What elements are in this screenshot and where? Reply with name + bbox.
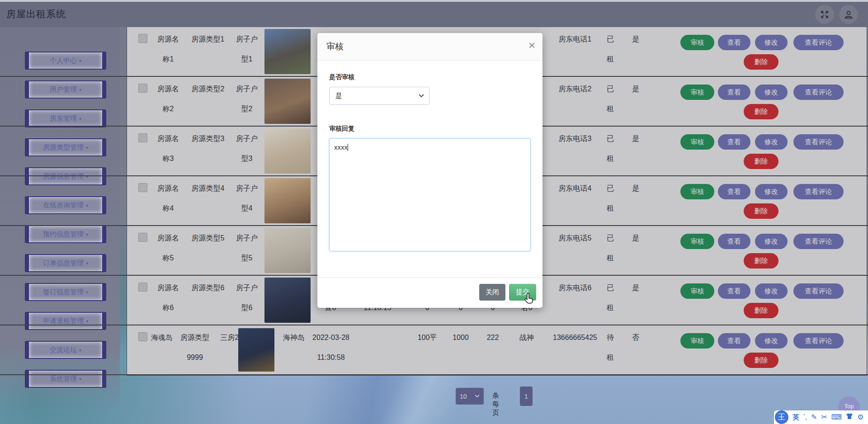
modal-close-button[interactable]: 关闭 bbox=[479, 284, 505, 301]
row-checkbox[interactable] bbox=[138, 283, 147, 292]
cell-layout: 房子户 型5 bbox=[231, 228, 262, 268]
audit-modal-header: 审核 × bbox=[317, 33, 542, 61]
view-comments-button[interactable]: 查看评论 bbox=[793, 134, 844, 150]
cell-phone: 房东电话6 bbox=[548, 278, 602, 298]
audit-button[interactable]: 审核 bbox=[680, 234, 714, 249]
audit-button[interactable]: 审核 bbox=[680, 283, 714, 299]
view-button[interactable]: 查看 bbox=[718, 35, 750, 50]
cell-layout: 房子户 型4 bbox=[231, 179, 262, 218]
audit-button[interactable]: 审核 bbox=[680, 184, 714, 199]
cell-audited: 是 bbox=[623, 29, 648, 49]
fullscreen-icon[interactable] bbox=[815, 5, 834, 24]
audit-button[interactable]: 审核 bbox=[680, 333, 714, 349]
audit-button[interactable]: 审核 bbox=[680, 134, 714, 150]
cell-audited: 是 bbox=[623, 129, 648, 149]
edit-button[interactable]: 修改 bbox=[755, 35, 788, 50]
audit-modal: 审核 × 是否审核 是 审核回复 xxxx 关闭 提交 bbox=[317, 33, 542, 308]
ime-settings-icon[interactable]: ⚙ bbox=[857, 410, 863, 424]
user-icon[interactable] bbox=[839, 5, 858, 24]
chevron-down-icon bbox=[419, 94, 424, 98]
cell-owner: 战神 bbox=[510, 328, 543, 348]
delete-button[interactable]: 删除 bbox=[744, 54, 778, 70]
cell-price: 1000 bbox=[445, 328, 476, 348]
view-comments-button[interactable]: 查看评论 bbox=[793, 184, 844, 199]
cell-layout: 房子户 型3 bbox=[231, 129, 262, 169]
ime-punctuation-icon[interactable]: ’, bbox=[803, 410, 807, 424]
audit-button[interactable]: 审核 bbox=[680, 85, 714, 100]
row-checkbox[interactable] bbox=[138, 332, 147, 341]
chevron-down-icon: ▾ bbox=[79, 377, 81, 382]
audit-button[interactable]: 审核 bbox=[680, 35, 714, 50]
view-comments-button[interactable]: 查看评论 bbox=[793, 234, 844, 249]
table-row: 海魂岛房源类型 9999三房2厅海神岛2022-03-28 11:30:5810… bbox=[0, 325, 868, 375]
cell-name: 海魂岛 bbox=[147, 328, 176, 348]
cell-layout: 房子户 型6 bbox=[231, 278, 262, 318]
cell-type: 房源类型6 bbox=[186, 278, 230, 298]
row-checkbox[interactable] bbox=[138, 233, 147, 242]
cell-name: 房源名 称6 bbox=[152, 278, 184, 318]
view-button[interactable]: 查看 bbox=[718, 134, 750, 150]
cell-layout: 房子户 型2 bbox=[231, 79, 262, 119]
audit-select[interactable]: 是 bbox=[329, 87, 429, 105]
delete-button[interactable]: 删除 bbox=[744, 154, 778, 169]
house-photo-4 bbox=[264, 178, 311, 223]
ime-pencil-icon[interactable]: ✎ bbox=[811, 410, 817, 424]
edit-button[interactable]: 修改 bbox=[755, 85, 788, 100]
row-checkbox[interactable] bbox=[138, 183, 147, 192]
delete-button[interactable]: 删除 bbox=[744, 104, 778, 119]
ime-logo-icon[interactable]: 王 bbox=[775, 410, 788, 424]
cell-audited: 否 bbox=[623, 328, 648, 348]
view-comments-button[interactable]: 查看评论 bbox=[793, 85, 844, 100]
view-button[interactable]: 查看 bbox=[718, 234, 750, 249]
close-icon[interactable]: × bbox=[528, 38, 535, 52]
row-checkbox[interactable] bbox=[138, 133, 147, 142]
cell-name: 房源名 称2 bbox=[152, 79, 184, 119]
view-comments-button[interactable]: 查看评论 bbox=[793, 283, 844, 299]
view-button[interactable]: 查看 bbox=[718, 184, 750, 199]
cell-phone: 13666665425 bbox=[548, 328, 602, 348]
audit-select-label: 是否审核 bbox=[329, 73, 531, 81]
page-size-select[interactable]: 10 bbox=[456, 388, 484, 405]
view-comments-button[interactable]: 查看评论 bbox=[793, 35, 844, 50]
view-comments-button[interactable]: 查看评论 bbox=[793, 333, 844, 349]
cell-area: 100平 bbox=[412, 328, 442, 348]
app-title: 房屋出租系统 bbox=[6, 8, 66, 20]
row-checkbox[interactable] bbox=[138, 34, 147, 43]
edit-button[interactable]: 修改 bbox=[755, 184, 788, 199]
delete-button[interactable]: 删除 bbox=[744, 353, 778, 368]
ime-scissors-icon[interactable]: ✂ bbox=[821, 410, 827, 424]
row-checkbox[interactable] bbox=[138, 84, 147, 93]
cell-status: 已 租 bbox=[601, 179, 619, 218]
cell-name: 房源名 称3 bbox=[152, 129, 184, 169]
view-button[interactable]: 查看 bbox=[718, 85, 750, 100]
cell-phone: 房东电话3 bbox=[548, 129, 602, 149]
edit-button[interactable]: 修改 bbox=[755, 283, 788, 299]
audit-modal-body: 是否审核 是 审核回复 xxxx bbox=[317, 61, 542, 251]
view-button[interactable]: 查看 bbox=[718, 283, 750, 299]
cell-deposit: 222 bbox=[478, 328, 507, 348]
edit-button[interactable]: 修改 bbox=[755, 234, 788, 249]
page-size-value: 10 bbox=[460, 393, 467, 400]
delete-button[interactable]: 删除 bbox=[744, 203, 778, 219]
view-button[interactable]: 查看 bbox=[718, 333, 750, 349]
text-caret bbox=[348, 144, 348, 151]
cell-status: 已 租 bbox=[601, 79, 619, 119]
cell-layout: 房子户 型1 bbox=[231, 29, 262, 69]
topbar: 房屋出租系统 bbox=[0, 2, 868, 27]
cell-audited: 是 bbox=[623, 228, 648, 248]
page-number-button[interactable]: 1 bbox=[520, 386, 533, 406]
per-page-label: 条每页 bbox=[492, 391, 499, 417]
cell-type: 房源类型3 bbox=[186, 129, 230, 149]
ime-shirt-icon[interactable] bbox=[846, 410, 853, 424]
cell-status: 待 租 bbox=[601, 328, 619, 367]
cell-pos: 海神岛 bbox=[275, 328, 313, 348]
edit-button[interactable]: 修改 bbox=[755, 134, 788, 150]
audit-reply-text: xxxx bbox=[334, 143, 348, 151]
delete-button[interactable]: 删除 bbox=[744, 303, 778, 318]
edit-button[interactable]: 修改 bbox=[755, 333, 788, 349]
ime-keyboard-icon[interactable]: ⌨ bbox=[831, 410, 842, 424]
audit-reply-textarea[interactable]: xxxx bbox=[329, 138, 531, 251]
delete-button[interactable]: 删除 bbox=[744, 253, 778, 269]
ime-english-toggle[interactable]: 英 bbox=[793, 410, 799, 424]
cell-type: 房源类型 9999 bbox=[179, 328, 211, 367]
